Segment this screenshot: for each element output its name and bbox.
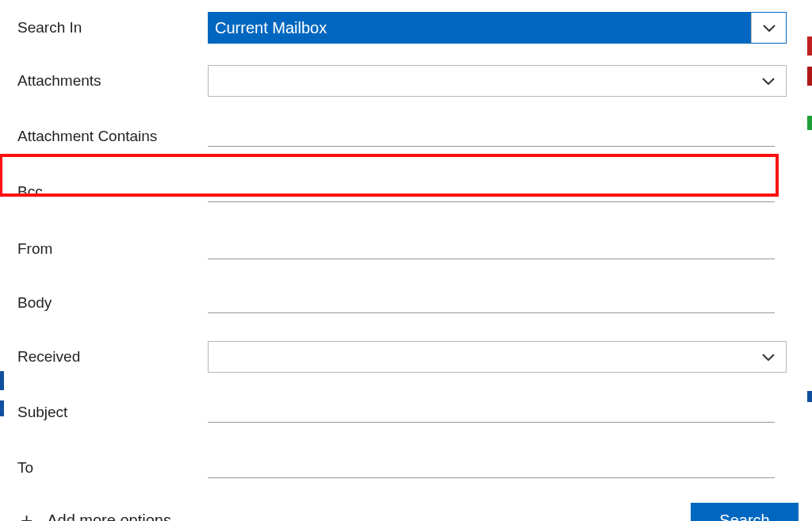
search-in-dropdown[interactable]: Current Mailbox [208, 12, 787, 44]
row-search-in: Search In Current Mailbox [17, 8, 800, 48]
row-attachments: Attachments [17, 57, 800, 105]
label-received: Received [17, 348, 208, 366]
label-bcc: Bcc [17, 183, 208, 201]
advanced-search-form: Search In Current Mailbox Attachments [0, 0, 812, 521]
label-attachments: Attachments [17, 72, 208, 90]
body-input[interactable] [208, 293, 775, 313]
chevron-down-icon [763, 25, 776, 32]
bottom-row: + Add more options Search [17, 492, 800, 521]
to-input[interactable] [208, 458, 775, 478]
bcc-input[interactable] [208, 182, 775, 202]
row-subject: Subject [17, 389, 800, 436]
label-subject: Subject [17, 404, 208, 421]
left-edge-mark [0, 400, 4, 416]
add-more-label: Add more options [47, 511, 171, 522]
subject-input[interactable] [208, 402, 775, 423]
add-more-options[interactable]: + Add more options [21, 508, 171, 522]
label-from: From [17, 240, 208, 258]
row-from: From [17, 225, 800, 273]
attachment-contains-input[interactable] [208, 126, 775, 147]
label-search-in: Search In [17, 19, 208, 36]
label-to: To [17, 459, 208, 477]
right-edge-decor [804, 0, 812, 521]
edge-stripe [807, 116, 812, 130]
received-dropdown[interactable] [208, 341, 787, 373]
row-attachment-contains: Attachment Contains [17, 113, 800, 160]
chevron-down-icon [762, 78, 775, 85]
chevron-down-icon [762, 354, 775, 361]
row-to: To [17, 444, 800, 492]
search-button[interactable]: Search [691, 503, 799, 521]
left-edge-mark [0, 371, 4, 390]
edge-stripe [807, 36, 812, 56]
row-received: Received [17, 333, 800, 381]
edge-stripe [807, 67, 812, 86]
plus-icon: + [21, 508, 33, 522]
row-body: Body [17, 279, 800, 327]
edge-stripe [807, 391, 812, 402]
chevron-box [751, 13, 786, 43]
row-bcc: Bcc [17, 168, 800, 216]
chevron-box [751, 66, 786, 96]
chevron-box [751, 342, 786, 372]
label-attachment-contains: Attachment Contains [17, 128, 208, 145]
attachments-dropdown[interactable] [208, 65, 787, 97]
label-body: Body [17, 294, 208, 312]
search-in-value: Current Mailbox [209, 19, 327, 37]
from-input[interactable] [208, 239, 775, 259]
